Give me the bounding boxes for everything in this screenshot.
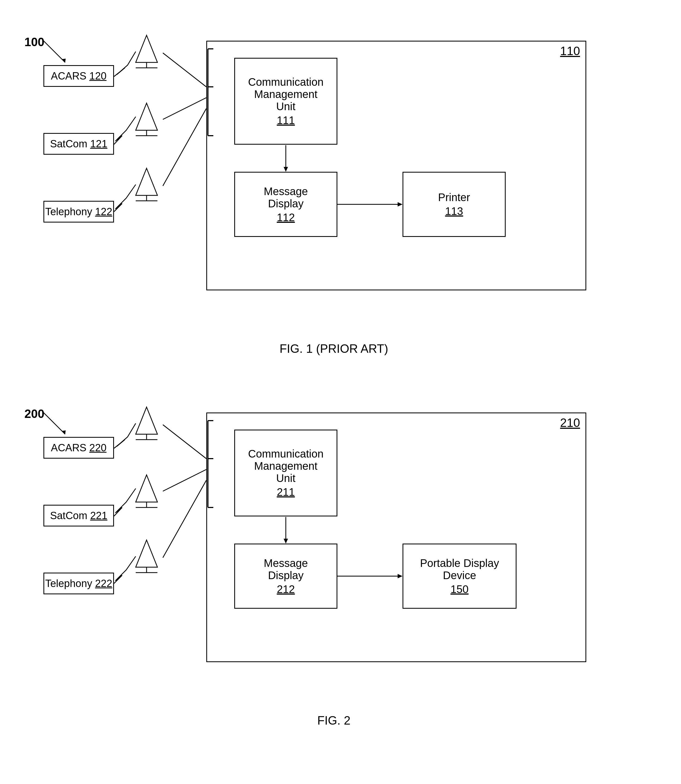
fig2-msgdisplay-ref: 212 <box>277 583 295 596</box>
svg-marker-34 <box>136 540 157 567</box>
fig2-caption: FIG. 2 <box>22 714 646 727</box>
fig2-telephony-label: Telephony <box>45 578 95 589</box>
fig2-telephony-box: Telephony 222 <box>43 573 114 594</box>
fig1-satcom-box: SatCom 121 <box>43 133 114 155</box>
fig2-msgdisplay-line2: Display <box>268 569 304 581</box>
fig1-satcom-label: SatCom <box>50 138 90 150</box>
fig1-cmu-line1: Communication <box>248 76 323 88</box>
svg-line-38 <box>163 469 206 491</box>
fig2-telephony-ref: 222 <box>95 578 112 589</box>
fig1-area: 100 ACARS 120 SatCom 121 Telephony 122 <box>22 33 646 331</box>
svg-line-17 <box>163 109 206 186</box>
svg-marker-27 <box>398 574 402 578</box>
fig2-telephony-antenna <box>130 537 163 575</box>
fig2-ref-arrow <box>22 404 81 440</box>
fig2-system-box: 210 Communication Management Unit 211 Me… <box>206 412 586 662</box>
svg-line-15 <box>163 53 206 87</box>
fig1-telephony-label: Telephony <box>45 206 95 218</box>
svg-line-37 <box>163 425 206 459</box>
fig1-cmu-line2: Management <box>254 88 317 100</box>
fig2-portable-line2: Device <box>443 569 476 581</box>
fig1-system-box: 110 Communication Management Unit 111 Me… <box>206 41 586 290</box>
fig1-telephony-ref: 122 <box>95 206 112 218</box>
svg-marker-25 <box>283 539 288 543</box>
fig2-satcom-ref: 221 <box>90 510 107 521</box>
fig1-acars-ref: 120 <box>89 70 106 82</box>
fig1-telephony-antenna <box>130 166 163 204</box>
fig1-cmu-line3: Unit <box>276 100 295 112</box>
fig1-printer-line1: Printer <box>438 191 470 204</box>
fig2-satcom-label: SatCom <box>50 510 90 521</box>
fig2-cmu-line3: Unit <box>276 472 295 485</box>
fig1-telephony-box: Telephony 122 <box>43 201 114 223</box>
page-container: 100 ACARS 120 SatCom 121 Telephony 122 <box>22 16 659 727</box>
fig2-acars-label: ACARS <box>51 442 89 454</box>
fig2-portable-ref: 150 <box>451 583 469 596</box>
svg-marker-12 <box>136 168 157 195</box>
fig1-cmu-ref: 111 <box>277 114 295 127</box>
fig1-cmu-box: Communication Management Unit 111 <box>234 58 337 145</box>
svg-marker-23 <box>62 431 66 434</box>
fig2-system-ref: 210 <box>560 416 580 429</box>
svg-marker-1 <box>62 59 66 62</box>
fig1-acars-label: ACARS <box>51 70 89 82</box>
svg-line-16 <box>163 98 206 119</box>
fig1-msgdisplay-ref: 112 <box>277 211 295 223</box>
fig1-system-ref: 110 <box>560 44 580 58</box>
svg-line-39 <box>163 480 206 558</box>
fig1-ref-arrow <box>22 33 81 68</box>
fig1-printer-box: Printer 113 <box>402 172 506 237</box>
svg-marker-5 <box>398 202 402 206</box>
fig1-caption: FIG. 1 (PRIOR ART) <box>22 342 646 355</box>
svg-marker-31 <box>136 475 157 502</box>
fig2-area: 200 ACARS 220 SatCom 221 Telephony 222 <box>22 404 646 703</box>
fig2-cmu-line1: Communication <box>248 448 323 460</box>
svg-marker-28 <box>136 407 157 434</box>
fig2-cmu-box: Communication Management Unit 211 <box>234 429 337 516</box>
fig1-satcom-antenna <box>130 100 163 138</box>
fig1-msgdisplay-line2: Display <box>268 198 304 210</box>
fig1-diagram: 100 ACARS 120 SatCom 121 Telephony 122 <box>22 16 646 355</box>
fig2-acars-ref: 220 <box>89 442 106 454</box>
fig1-satcom-ref: 121 <box>90 138 107 150</box>
fig1-msgdisplay-line1: Message <box>264 185 308 198</box>
fig2-satcom-antenna <box>130 472 163 510</box>
fig2-satcom-box: SatCom 221 <box>43 505 114 526</box>
fig2-msgdisplay-box: Message Display 212 <box>234 543 337 609</box>
svg-marker-9 <box>136 103 157 130</box>
fig1-printer-ref: 113 <box>445 205 463 217</box>
fig2-diagram: 200 ACARS 220 SatCom 221 Telephony 222 <box>22 388 646 727</box>
svg-marker-3 <box>283 167 288 172</box>
fig1-acars-box: ACARS 120 <box>43 65 114 87</box>
svg-marker-6 <box>136 35 157 62</box>
fig1-msgdisplay-box: Message Display 112 <box>234 172 337 237</box>
fig2-msgdisplay-line1: Message <box>264 557 308 569</box>
fig2-portable-box: Portable Display Device 150 <box>402 543 516 609</box>
fig1-acars-antenna <box>130 33 163 71</box>
fig2-cmu-line2: Management <box>254 460 317 472</box>
fig2-portable-line1: Portable Display <box>420 557 499 569</box>
fig2-acars-antenna <box>130 404 163 442</box>
fig2-acars-box: ACARS 220 <box>43 437 114 459</box>
fig2-cmu-ref: 211 <box>277 486 295 498</box>
